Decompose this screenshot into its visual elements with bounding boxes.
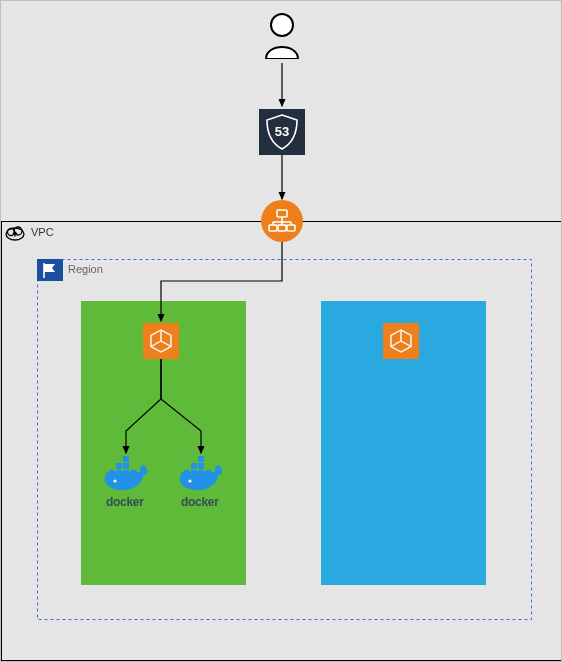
svg-rect-34: [191, 463, 197, 469]
svg-rect-27: [123, 463, 129, 469]
docker-left-label: docker: [106, 495, 144, 509]
load-balancer-icon: [261, 200, 303, 242]
svg-point-29: [113, 479, 116, 482]
svg-rect-35: [198, 463, 204, 469]
ecs-service-left-icon: [143, 323, 179, 359]
route53-icon: 53: [259, 109, 305, 155]
architecture-diagram: 53: [1, 1, 562, 662]
svg-rect-28: [123, 456, 129, 462]
svg-rect-26: [116, 463, 122, 469]
region-label: Region: [68, 263, 103, 275]
route53-badge-text: 53: [275, 124, 289, 139]
vpc-label: VPC: [31, 226, 54, 238]
svg-point-7: [271, 14, 293, 36]
docker-right-label: docker: [181, 495, 219, 509]
svg-rect-36: [198, 456, 204, 462]
user-icon: [264, 14, 300, 63]
svg-rect-8: [264, 59, 300, 63]
ecs-service-right-icon: [383, 323, 419, 359]
svg-point-37: [188, 479, 191, 482]
